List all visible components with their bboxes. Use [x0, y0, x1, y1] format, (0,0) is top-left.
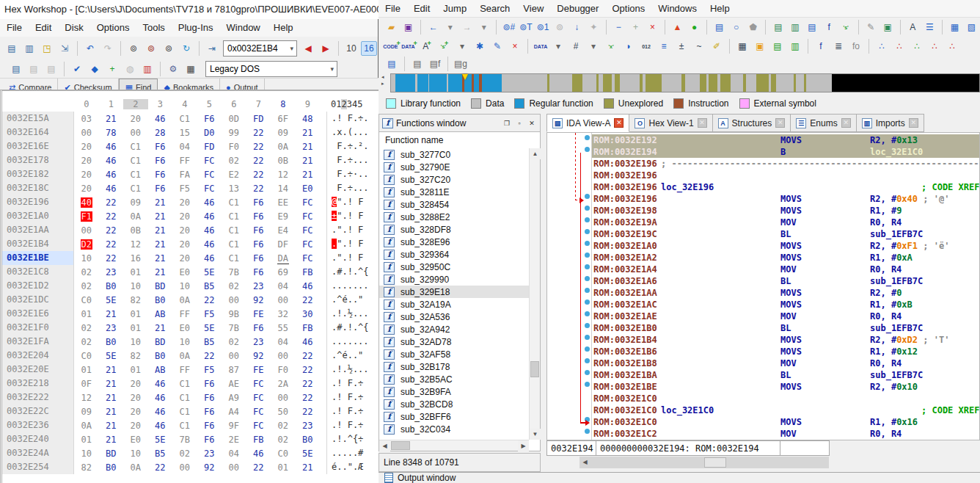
forward-dropdown-icon[interactable]: ▾ [476, 20, 491, 34]
hex-ascii[interactable]: F.÷... [326, 181, 379, 195]
hex-byte[interactable]: 46 [148, 421, 173, 431]
disasm-line[interactable]: ROM:0032E19AMOVR0, R4 [547, 217, 979, 228]
make-array-icon[interactable]: ✱ [472, 39, 488, 54]
hex-byte[interactable]: 20 [123, 114, 148, 124]
hex-byte[interactable]: E0 [172, 267, 197, 277]
hex-byte[interactable]: 22 [197, 351, 222, 361]
disassembly-horizontal-scrollbar[interactable]: ◀ [579, 457, 829, 468]
hex-byte[interactable]: 46 [197, 211, 222, 222]
hex-byte[interactable]: 46 [246, 448, 271, 459]
disasm-line[interactable]: ROM:0032E1B6MOVSR1, #0x12 [547, 346, 979, 357]
hex-ascii[interactable]: .!.^{÷ [326, 432, 379, 446]
hex-ascii[interactable]: F.÷... [326, 153, 379, 167]
goto-icon[interactable]: ⇥ [204, 41, 220, 56]
functions-vertical-scrollbar[interactable]: ▲ ▼ [529, 148, 540, 440]
hex-byte[interactable]: 10 [123, 281, 148, 291]
hex-ascii[interactable]: ....... [326, 335, 379, 349]
dropdown-icon[interactable]: ▾ [454, 39, 470, 54]
hex-byte[interactable]: 87 [222, 365, 246, 375]
hex-byte[interactable]: B5 [148, 448, 173, 459]
function-list-item[interactable]: fsub_32B9FA [379, 385, 529, 398]
hex-byte[interactable]: FC [197, 156, 222, 166]
hex-row[interactable]: 0032E204C05E82B00A2200920022.^é.." [2, 349, 379, 363]
hex-byte[interactable]: F6 [197, 393, 222, 403]
disasm-xref[interactable]: ; CODE XREF [921, 405, 979, 415]
hex-row[interactable]: 0032E2180F212046C1F6AEFC2A22.! F.÷ [2, 377, 379, 391]
hex-byte[interactable]: 00 [74, 128, 99, 138]
functions-list[interactable]: fsub_3277C0fsub_32790Efsub_327C20fsub_32… [379, 148, 529, 440]
hex-byte[interactable]: C1 [123, 170, 148, 180]
run-icon[interactable]: ● [687, 20, 702, 34]
hex-byte[interactable]: D0 [197, 128, 222, 138]
hex-byte[interactable]: F6 [246, 211, 271, 222]
hex-byte[interactable]: F5 [197, 309, 222, 319]
hex-ascii[interactable]: .".! F [326, 223, 379, 237]
hex-byte[interactable]: C1 [172, 407, 197, 417]
segment-icon[interactable]: ◗ [621, 39, 637, 54]
strings-icon[interactable]: 's' [838, 20, 854, 34]
hex-byte[interactable]: 22 [296, 379, 321, 389]
disasm-line[interactable]: ROM:0032E1AEMOVR0, R4 [547, 310, 979, 322]
hex-byte[interactable]: 09 [271, 128, 296, 138]
restore-icon[interactable]: ❐ [502, 118, 512, 128]
hex-byte[interactable]: C1 [123, 156, 148, 166]
hex-byte[interactable]: 14 [271, 184, 296, 194]
add-icon[interactable]: + [628, 20, 643, 34]
edit-icon[interactable]: ✎ [489, 39, 505, 54]
hex-row[interactable]: 0032E1E6012101ABFFF59BFE3230.!.½... [2, 307, 379, 321]
functions-f-icon[interactable]: f [822, 20, 837, 34]
hex-byte[interactable]: E0 [123, 435, 148, 445]
hex-byte[interactable]: 00 [222, 462, 246, 473]
hex-byte[interactable]: C0 [271, 448, 296, 459]
hex-byte[interactable]: 28 [148, 128, 173, 138]
hex-byte[interactable]: 00 [172, 462, 197, 473]
hex-ascii[interactable]: F.÷·.. [326, 167, 379, 181]
hex-byte[interactable]: 22 [246, 142, 271, 152]
hex-byte[interactable]: F6 [197, 421, 222, 431]
paste-disabled2-icon[interactable]: ▤ [43, 62, 59, 76]
hex-byte[interactable]: DF [271, 239, 296, 250]
hex-ascii[interactable]: é..".Æ [326, 460, 379, 474]
hex-byte[interactable]: 20 [74, 184, 99, 194]
hex-byte[interactable]: 21 [296, 170, 321, 180]
hex-byte[interactable]: 21 [99, 407, 124, 417]
search-sequence-icon[interactable]: ⊚1 [535, 20, 551, 34]
hex-ascii[interactable]: @".! F [326, 195, 379, 209]
function-list-item[interactable]: fsub_32BCD8 [379, 398, 529, 410]
hex-byte[interactable]: C1 [172, 421, 197, 431]
hex-byte[interactable]: BD [99, 448, 124, 459]
hex-byte[interactable]: 78 [99, 128, 124, 138]
hex-byte[interactable]: C0 [74, 295, 99, 305]
hex-byte[interactable]: C1 [222, 211, 246, 222]
hex-byte[interactable]: 30 [296, 309, 321, 319]
hex-byte[interactable]: A4 [222, 407, 246, 417]
hw-menu-file[interactable]: File [0, 19, 29, 37]
hex-byte[interactable]: 22 [296, 393, 321, 403]
ida-menu-options[interactable]: Options [605, 0, 651, 17]
hex-row[interactable]: 0032E1BE102216212046C1F6DAFC.".! F [2, 251, 379, 265]
hex-byte[interactable]: 2A [271, 379, 296, 389]
hex-byte[interactable]: 00 [74, 225, 99, 236]
hex-byte[interactable]: 21 [99, 365, 124, 375]
hex-byte[interactable]: 00 [222, 295, 246, 305]
tab-imports[interactable]: ▥Imports✕ [857, 114, 924, 132]
disasm-line[interactable]: ROM:0032E196loc_32E196; CODE XREF [547, 181, 979, 193]
hex-row[interactable]: 0032E16E2046C1F604FDF0220A21 F.÷.². [2, 139, 379, 153]
function-list-item[interactable]: fsub_3277C0 [379, 148, 529, 161]
hex-byte[interactable]: 22 [246, 156, 271, 166]
close-icon[interactable]: ✕ [841, 118, 851, 128]
hex-byte[interactable]: F6 [246, 239, 271, 250]
hex-byte[interactable]: 5E [197, 323, 222, 333]
hex-byte[interactable]: FC [296, 211, 321, 222]
list-icon[interactable]: ▤ [804, 20, 819, 34]
hex-ascii[interactable]: F.÷.². [326, 139, 379, 153]
hex-byte[interactable]: 22 [246, 462, 271, 473]
hex-byte[interactable]: 21 [296, 462, 321, 473]
disasm-line[interactable]: ROM:0032E192MOVSR2, #0x13 [547, 134, 979, 146]
disasm-line[interactable]: ROM:0032E1AAMOVSR2, #0 [547, 287, 979, 299]
hex-byte[interactable]: 7B [172, 435, 197, 445]
hex-byte[interactable]: 20 [123, 421, 148, 431]
make-string-icon[interactable]: 's'+ [436, 39, 453, 54]
hex-byte[interactable]: FE [246, 365, 271, 375]
hex-byte[interactable]: 21 [148, 253, 173, 264]
